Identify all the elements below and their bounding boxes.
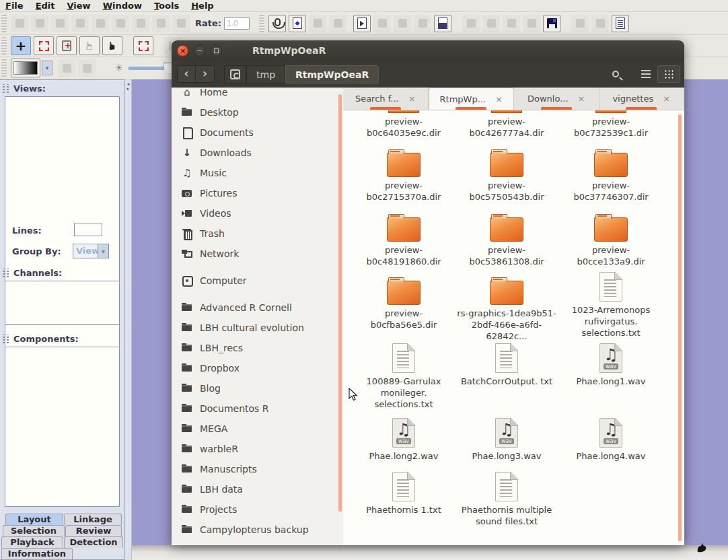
stop-button[interactable] <box>112 15 129 32</box>
forward-button[interactable]: › <box>196 65 215 83</box>
sidebar-scrollbar[interactable] <box>338 94 342 512</box>
duplicate-button[interactable] <box>482 15 500 32</box>
window-titlebar[interactable]: × − RtmpWpOeaR <box>172 40 684 61</box>
zoom-selection-button[interactable] <box>133 36 153 55</box>
files-scrollbar[interactable] <box>678 114 682 541</box>
sidebar-item-documents[interactable]: Documents <box>172 123 343 143</box>
panel-divider[interactable]: ◂▸ <box>125 79 132 560</box>
point-tool-button[interactable]: ☞ <box>79 36 100 55</box>
reverse-play-button[interactable] <box>92 15 109 32</box>
file-item[interactable]: preview-b0c732539c1.dir <box>560 110 661 139</box>
chevron-down-icon[interactable]: ▾ <box>98 244 108 258</box>
lines-input[interactable] <box>74 223 102 236</box>
annotate-tool-button[interactable] <box>57 36 77 55</box>
file-item[interactable]: preview-b0c48191860.dir <box>353 213 454 267</box>
record-mic-button[interactable] <box>268 15 286 32</box>
file-item[interactable]: preview-b0c37746307.dir <box>560 148 661 203</box>
grid-view-button[interactable] <box>657 65 680 83</box>
tab-information[interactable]: Information <box>1 548 73 559</box>
file-item[interactable]: 1023-Arremonops rufivirgatus. selections… <box>560 272 661 339</box>
sidebar-bookmark[interactable]: warbleR <box>172 439 343 459</box>
drag-grip-icon[interactable] <box>7 84 9 93</box>
sidebar-bookmark[interactable]: Manuscripts <box>172 459 343 479</box>
tab-linkage[interactable]: Linkage <box>64 514 122 525</box>
file-item[interactable]: preview-b0c5750543b.dir <box>456 148 557 203</box>
color-option-button[interactable] <box>58 59 75 77</box>
color-option-button[interactable] <box>78 59 96 77</box>
window-close-button[interactable]: × <box>177 45 188 57</box>
sidebar-item-computer[interactable]: Computer <box>172 271 343 291</box>
file-item[interactable]: preview-b0cfba56e5.dir <box>353 276 454 330</box>
step-button[interactable] <box>172 15 190 32</box>
breadcrumb-tmp[interactable]: tmp <box>246 65 285 83</box>
play-button[interactable] <box>11 15 28 32</box>
undo-button[interactable] <box>503 15 520 32</box>
sidebar-bookmark[interactable]: LBH data <box>172 479 343 499</box>
export-image-button[interactable] <box>591 15 609 32</box>
drag-grip-icon[interactable] <box>3 84 5 93</box>
speaker-button[interactable] <box>132 15 149 32</box>
file-item[interactable]: rs-graphics-1dea9b51-2bdf-466e-a6fd-6284… <box>456 276 557 342</box>
redo-button[interactable] <box>523 15 540 32</box>
file-item[interactable]: preview-b0c53861308.dir <box>456 213 557 267</box>
sidebar-item-desktop[interactable]: Desktop <box>172 102 343 123</box>
tab-layout[interactable]: Layout <box>5 514 63 525</box>
save-selection-button[interactable] <box>373 15 391 32</box>
search-button[interactable] <box>604 65 628 83</box>
breadcrumb-current[interactable]: RtmpWpOeaR <box>285 65 379 83</box>
tab-close-icon[interactable]: × <box>495 94 503 104</box>
save-button[interactable] <box>543 15 560 32</box>
sidebar-bookmark[interactable]: Blog <box>172 378 343 398</box>
menu-help[interactable]: Help <box>191 1 213 11</box>
drag-grip-icon[interactable] <box>3 269 5 277</box>
sidebar-item-downloads[interactable]: ↓Downloads <box>172 143 343 163</box>
toolbar-grip[interactable] <box>259 15 264 32</box>
menu-view[interactable]: View <box>67 1 91 11</box>
components-list[interactable] <box>5 347 120 507</box>
colormap-dropdown-button[interactable]: ▾ <box>42 61 52 75</box>
file-item[interactable]: ♫wavPhae.long2.wav <box>353 418 454 462</box>
open-button[interactable] <box>309 15 326 32</box>
toolbar-grip[interactable] <box>1 59 7 77</box>
sidebar-bookmark[interactable]: Advanced R Cornell <box>172 298 343 318</box>
list-view-button[interactable] <box>634 65 657 83</box>
sidebar-item-pictures[interactable]: Pictures <box>172 183 343 203</box>
tab-rtmpwpoear[interactable]: RtmpWp... × <box>429 88 515 110</box>
file-item[interactable]: Phaethornis 1.txt <box>353 472 454 516</box>
menu-tools[interactable]: Tools <box>154 1 179 11</box>
file-item[interactable]: ♫wavPhae.long1.wav <box>560 343 661 387</box>
file-item[interactable]: Phaethornis multiple sound files.txt <box>456 472 557 527</box>
sidebar-bookmark[interactable]: Projects <box>172 499 343 520</box>
back-button[interactable]: ‹ <box>177 65 196 83</box>
sidebar-item-home[interactable]: ⌂Home <box>172 88 343 102</box>
file-item[interactable]: preview-b0cce133a9.dir <box>560 213 661 267</box>
sidebar-bookmark[interactable]: LBH_recs <box>172 338 343 358</box>
sidebar-bookmark[interactable]: Campylopterus backup <box>172 520 343 540</box>
play-to-end-button[interactable] <box>31 15 48 32</box>
channels-list[interactable] <box>5 281 120 325</box>
toolbar-grip[interactable] <box>1 37 7 55</box>
copy-button[interactable] <box>414 15 431 32</box>
file-item[interactable]: BatchCorrOutput. txt <box>456 343 557 387</box>
drag-grip-icon[interactable] <box>7 335 9 343</box>
new-text-document-button[interactable] <box>612 15 629 32</box>
sidebar-bookmark[interactable]: Phaethornis1 <box>172 540 343 545</box>
toolbar-grip[interactable] <box>1 15 7 32</box>
tab-close-icon[interactable]: × <box>663 94 670 104</box>
loop-play-button[interactable] <box>71 15 89 32</box>
group-by-combobox[interactable]: View ▾ <box>73 244 109 258</box>
sidebar-item-music[interactable]: ♫Music <box>172 163 343 183</box>
grab-tool-button[interactable]: ☛ <box>102 36 122 55</box>
file-item[interactable]: preview-b0c426777a4.dir <box>456 110 557 139</box>
open-sound-button[interactable] <box>353 15 371 32</box>
menu-window[interactable]: Window <box>103 1 142 11</box>
tab-selection[interactable]: Selection <box>3 525 65 536</box>
rate-input[interactable] <box>224 18 250 30</box>
sidebar-bookmark[interactable]: LBH cultural evolution <box>172 318 343 338</box>
colormap-swatch-button[interactable] <box>11 59 40 77</box>
tab-close-icon[interactable]: × <box>408 94 416 104</box>
close-button[interactable] <box>329 15 347 32</box>
sidebar-bookmark[interactable]: Dropbox <box>172 358 343 378</box>
window-maximize-button[interactable] <box>211 45 222 57</box>
open-selection-table-button[interactable] <box>434 15 451 32</box>
